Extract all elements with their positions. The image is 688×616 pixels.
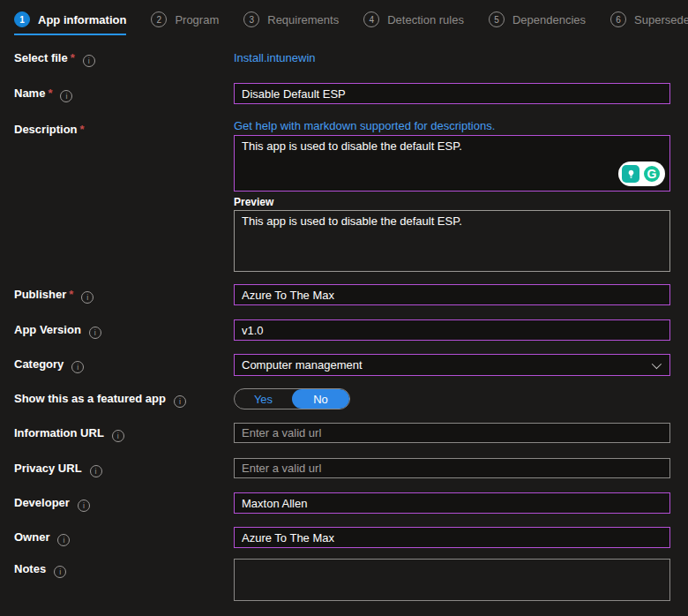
publisher-input[interactable]: [234, 284, 670, 305]
description-textarea[interactable]: This app is used to disable the default …: [234, 135, 670, 192]
required-marker: *: [69, 288, 73, 301]
featured-app-row: Show this as a featured appi Yes No: [14, 388, 670, 409]
name-label: Name: [14, 86, 45, 100]
info-icon[interactable]: i: [71, 361, 84, 373]
privacy-url-label: Privacy URL: [14, 462, 82, 475]
category-label-group: Categoryi: [14, 354, 234, 373]
grammarly-suggestion-bulb-icon[interactable]: [622, 165, 639, 183]
name-row: Name*i: [14, 83, 670, 104]
select-file-label-group: Select file*i: [14, 48, 234, 67]
owner-input[interactable]: [234, 527, 670, 548]
select-file-row: Select file*i Install.intunewin: [14, 48, 670, 67]
name-input[interactable]: [234, 83, 670, 104]
app-information-form: Select file*i Install.intunewin Name*i D…: [0, 35, 688, 601]
required-marker: *: [80, 123, 85, 136]
featured-toggle-no[interactable]: No: [292, 389, 349, 409]
select-file-label: Select file: [14, 51, 68, 64]
info-icon[interactable]: i: [57, 534, 70, 546]
tab-label: Program: [175, 13, 219, 26]
tab-label: App information: [38, 13, 126, 26]
publisher-row: Publisher*i: [14, 284, 670, 305]
app-version-label: App Version: [14, 323, 81, 336]
information-url-row: Information URLi: [14, 423, 670, 443]
description-preview-box: This app is used to disable the default …: [234, 210, 670, 272]
owner-label: Owner: [14, 530, 49, 544]
notes-row: Notesi: [14, 559, 670, 601]
info-icon[interactable]: i: [81, 291, 93, 304]
category-dropdown[interactable]: Computer management: [234, 354, 670, 376]
category-selected-value: Computer management: [242, 358, 363, 372]
featured-app-toggle: Yes No: [234, 388, 350, 409]
privacy-url-row: Privacy URLi: [14, 458, 670, 478]
tab-requirements[interactable]: 3 Requirements: [243, 11, 339, 35]
tab-program[interactable]: 2 Program: [151, 11, 219, 35]
required-marker: *: [71, 51, 75, 64]
privacy-url-input[interactable]: [234, 458, 670, 478]
markdown-help-link[interactable]: Get help with markdown supported for des…: [234, 119, 495, 132]
information-url-label: Information URL: [14, 426, 104, 439]
tab-label: Supersedence: [634, 13, 688, 26]
tab-label: Dependencies: [512, 13, 586, 26]
chevron-down-icon: [652, 358, 662, 368]
tab-app-information[interactable]: 1 App information: [14, 11, 126, 35]
preview-label: Preview: [234, 196, 670, 208]
tab-number-badge: 1: [14, 11, 30, 27]
notes-textarea[interactable]: [234, 559, 670, 601]
tab-dependencies[interactable]: 5 Dependencies: [489, 11, 586, 35]
app-version-row: App Versioni: [14, 319, 670, 341]
tab-number-badge: 5: [489, 11, 505, 27]
owner-label-group: Owneri: [14, 527, 234, 546]
tab-supersedence[interactable]: 6 Supersedence: [610, 11, 688, 35]
info-icon[interactable]: i: [112, 430, 124, 442]
description-label-group: Description*: [14, 119, 234, 136]
info-icon[interactable]: i: [83, 55, 95, 67]
tab-label: Detection rules: [387, 13, 464, 26]
featured-app-label-group: Show this as a featured appi: [14, 388, 234, 408]
required-marker: *: [48, 86, 52, 100]
tab-label: Requirements: [267, 13, 339, 26]
tab-number-badge: 2: [151, 11, 167, 27]
tab-number-badge: 3: [243, 11, 259, 27]
description-row: Description* Get help with markdown supp…: [14, 119, 670, 272]
selected-file-link[interactable]: Install.intunewin: [234, 48, 316, 64]
description-label: Description: [14, 123, 78, 136]
grammarly-logo-icon[interactable]: G: [642, 164, 662, 184]
category-row: Categoryi Computer management: [14, 354, 670, 376]
info-icon[interactable]: i: [89, 327, 101, 339]
developer-row: Developeri: [14, 492, 670, 514]
category-label: Category: [14, 357, 64, 371]
notes-label-group: Notesi: [14, 559, 234, 578]
info-icon[interactable]: i: [90, 465, 102, 477]
developer-label-group: Developeri: [14, 492, 234, 512]
tab-detection-rules[interactable]: 4 Detection rules: [363, 11, 464, 35]
app-version-label-group: App Versioni: [14, 319, 234, 339]
info-icon[interactable]: i: [60, 90, 72, 102]
grammarly-widget[interactable]: G: [618, 162, 665, 186]
privacy-url-label-group: Privacy URLi: [14, 458, 234, 477]
information-url-input[interactable]: [234, 423, 670, 443]
info-icon[interactable]: i: [54, 566, 66, 578]
owner-row: Owneri: [14, 527, 670, 548]
info-icon[interactable]: i: [78, 500, 90, 512]
tab-number-badge: 6: [610, 11, 626, 27]
app-version-input[interactable]: [234, 319, 670, 341]
publisher-label: Publisher: [14, 288, 66, 301]
tab-number-badge: 4: [363, 11, 379, 27]
information-url-label-group: Information URLi: [14, 423, 234, 442]
featured-toggle-yes[interactable]: Yes: [235, 389, 292, 409]
name-label-group: Name*i: [14, 83, 234, 102]
developer-label: Developer: [14, 496, 70, 509]
notes-label: Notes: [14, 562, 46, 575]
featured-app-label: Show this as a featured app: [14, 392, 166, 405]
wizard-tab-bar: 1 App information 2 Program 3 Requiremen…: [0, 0, 688, 35]
publisher-label-group: Publisher*i: [14, 284, 234, 304]
developer-input[interactable]: [234, 492, 670, 514]
info-icon[interactable]: i: [174, 395, 186, 408]
